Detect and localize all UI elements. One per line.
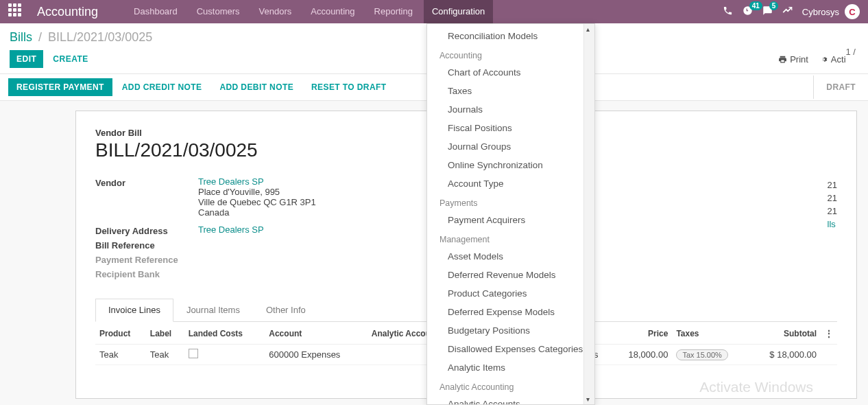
dd-chart-of-accounts[interactable]: Chart of Accounts (427, 63, 594, 82)
breadcrumb-current: BILL/2021/03/0025 (48, 30, 152, 44)
phone-icon[interactable] (723, 5, 733, 18)
dd-fiscal-positions[interactable]: Fiscal Positions (427, 119, 594, 137)
dropdown-scrollbar[interactable]: ▴ ▾ (583, 24, 594, 404)
scroll-down-icon[interactable]: ▾ (586, 395, 590, 403)
vendor-label: Vendor (95, 176, 198, 218)
messages-icon[interactable]: 5 (762, 5, 773, 18)
dd-group-management: Management (427, 229, 594, 247)
nav-menu: Dashboard Customers Vendors Accounting R… (125, 0, 493, 23)
vendor-address-3: Canada (198, 207, 316, 218)
cell-account: 600000 Expenses (265, 345, 367, 365)
add-credit-note-button[interactable]: ADD CREDIT NOTE (114, 78, 210, 96)
nav-accounting[interactable]: Accounting (302, 0, 363, 23)
vendor-address-2: Ville de Quebec QC G1R 3P1 (198, 197, 316, 207)
print-label: Print (790, 54, 808, 65)
dd-group-accounting: Accounting (427, 45, 594, 63)
delivery-label: Delivery Address (95, 224, 198, 236)
col-product[interactable]: Product (95, 323, 146, 345)
dd-analytic-accounts[interactable]: Analytic Accounts (427, 395, 594, 405)
cell-landed (184, 345, 265, 365)
dd-taxes[interactable]: Taxes (427, 82, 594, 100)
cell-product: Teak (95, 345, 146, 365)
nav-configuration[interactable]: Configuration (424, 0, 493, 23)
tools-icon[interactable] (782, 5, 793, 18)
nav-reporting[interactable]: Reporting (366, 0, 421, 23)
cell-subtotal: $ 18,000.00 (749, 345, 821, 365)
col-kebab-icon[interactable]: ⋮ (821, 323, 837, 345)
col-price[interactable]: Price (610, 323, 672, 345)
configuration-dropdown: Reconciliation Models Accounting Chart o… (426, 23, 595, 405)
dd-group-payments: Payments (427, 193, 594, 211)
dd-journal-groups[interactable]: Journal Groups (427, 137, 594, 156)
bill-ref-label: Bill Reference (95, 239, 198, 251)
app-brand: Accounting (37, 5, 98, 19)
dd-budgetary-positions[interactable]: Budgetary Positions (427, 321, 594, 340)
dd-payment-acquirers[interactable]: Payment Acquirers (427, 211, 594, 229)
dd-journals[interactable]: Journals (427, 100, 594, 119)
recipient-bank-label: Recipient Bank (95, 268, 198, 279)
col-landed[interactable]: Landed Costs (184, 323, 265, 345)
cell-tax: Tax 15.00% (672, 345, 749, 365)
col-label[interactable]: Label (146, 323, 184, 345)
dd-reconciliation-models[interactable]: Reconciliation Models (427, 24, 594, 45)
col-taxes[interactable]: Taxes (672, 323, 749, 345)
tax-pill[interactable]: Tax 15.00% (676, 349, 727, 360)
nav-vendors[interactable]: Vendors (251, 0, 300, 23)
pager[interactable]: 1 / (846, 47, 858, 57)
vendor-link[interactable]: Tree Dealers SP (198, 176, 316, 187)
dd-analytic-items[interactable]: Analytic Items (427, 358, 594, 377)
action-label: Acti (831, 54, 846, 65)
tab-invoice-lines[interactable]: Invoice Lines (95, 299, 173, 322)
nav-dashboard[interactable]: Dashboard (125, 0, 186, 23)
dd-account-type[interactable]: Account Type (427, 174, 594, 193)
tab-journal-items[interactable]: Journal Items (173, 299, 253, 321)
dd-group-analytic: Analytic Accounting (427, 377, 594, 395)
dd-online-sync[interactable]: Online Synchronization (427, 156, 594, 174)
vendor-address-1: Place d'Youville, 995 (198, 187, 316, 197)
dd-disallowed-expenses[interactable]: Disallowed Expenses Categories (427, 340, 594, 358)
col-subtotal[interactable]: Subtotal (749, 323, 821, 345)
apps-icon[interactable] (8, 3, 25, 20)
print-button[interactable]: Print (778, 54, 808, 65)
status-draft[interactable]: DRAFT (813, 76, 868, 99)
delivery-link[interactable]: Tree Dealers SP (198, 224, 264, 236)
messages-badge: 5 (769, 1, 779, 10)
cell-label: Teak (146, 345, 184, 365)
activity-badge: 41 (749, 1, 762, 10)
add-debit-note-button[interactable]: ADD DEBIT NOTE (211, 78, 302, 96)
avatar: C (845, 4, 860, 19)
dd-asset-models[interactable]: Asset Models (427, 247, 594, 266)
landed-checkbox[interactable] (189, 349, 198, 358)
register-payment-button[interactable]: REGISTER PAYMENT (8, 78, 112, 96)
payment-ref-label: Payment Reference (95, 253, 198, 265)
right-column-partial: 21 21 21 lls (828, 180, 837, 232)
action-button[interactable]: Acti (819, 54, 846, 65)
col-account[interactable]: Account (265, 323, 367, 345)
reset-to-draft-button[interactable]: RESET TO DRAFT (303, 78, 394, 96)
edit-button[interactable]: EDIT (10, 50, 43, 68)
nav-customers[interactable]: Customers (189, 0, 248, 23)
main-navbar: Accounting Dashboard Customers Vendors A… (0, 0, 868, 23)
scroll-up-icon[interactable]: ▴ (586, 25, 590, 33)
activity-icon[interactable]: 41 (743, 5, 753, 18)
dd-deferred-expense[interactable]: Deferred Expense Models (427, 303, 594, 321)
dd-deferred-revenue[interactable]: Deferred Revenue Models (427, 266, 594, 284)
cell-price: 18,000.00 (610, 345, 672, 365)
user-menu[interactable]: Cybrosys C (802, 4, 860, 19)
breadcrumb-root[interactable]: Bills (10, 30, 32, 44)
create-button[interactable]: CREATE (46, 50, 95, 68)
dd-product-categories[interactable]: Product Categories (427, 284, 594, 303)
tab-other-info[interactable]: Other Info (253, 299, 319, 321)
username: Cybrosys (802, 7, 839, 17)
